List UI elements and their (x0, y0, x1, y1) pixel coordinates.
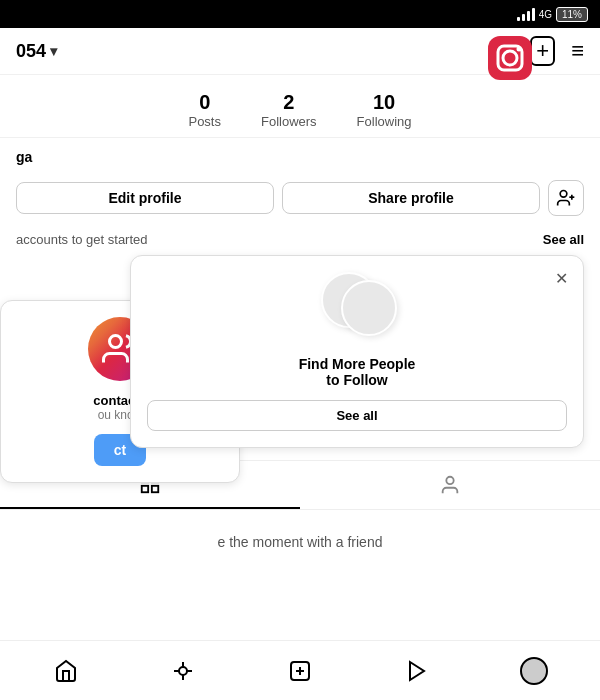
lte-label: 4G (539, 9, 552, 20)
svg-point-12 (446, 477, 453, 484)
svg-point-7 (110, 336, 122, 348)
avatar-2 (341, 280, 397, 336)
empty-text: e the moment with a friend (218, 534, 383, 550)
posts-stat: 0 Posts (188, 91, 221, 129)
svg-rect-11 (152, 486, 158, 492)
popup-see-all-button[interactable]: See all (147, 400, 567, 431)
status-bar: 4G 11% (0, 0, 600, 28)
find-people-title: Find More Peopleto Follow (299, 356, 416, 388)
instagram-logo (480, 28, 550, 108)
bio-name: ga (16, 149, 32, 165)
find-people-card: ✕ Find More Peopleto Follow See all (130, 255, 584, 448)
svg-rect-0 (488, 36, 532, 80)
dropdown-icon[interactable]: ▾ (50, 43, 57, 59)
close-popup-button[interactable]: ✕ (549, 266, 573, 290)
see-all-link[interactable]: See all (543, 232, 584, 247)
nav-profile[interactable] (475, 641, 592, 700)
nav-search[interactable] (125, 641, 242, 700)
empty-state: e the moment with a friend (0, 510, 600, 562)
followers-count: 2 (283, 91, 294, 114)
suggested-banner: accounts to get started See all (0, 224, 600, 255)
bottom-nav (0, 640, 600, 700)
svg-point-13 (179, 667, 187, 675)
username-area: 054 ▾ (16, 41, 57, 62)
avatar-group (321, 272, 393, 344)
nav-add[interactable] (242, 641, 359, 700)
signal-icon (517, 7, 535, 21)
posts-count: 0 (199, 91, 210, 114)
edit-profile-button[interactable]: Edit profile (16, 182, 274, 214)
following-label: Following (357, 114, 412, 129)
tab-tagged[interactable] (300, 461, 600, 509)
bio-section: ga (0, 138, 600, 172)
followers-label: Followers (261, 114, 317, 129)
svg-marker-21 (410, 662, 424, 680)
share-profile-button[interactable]: Share profile (282, 182, 540, 214)
menu-button[interactable]: ≡ (571, 38, 584, 64)
action-buttons: Edit profile Share profile (0, 172, 600, 224)
username-text: 054 (16, 41, 46, 62)
status-icons: 4G 11% (517, 7, 588, 22)
posts-label: Posts (188, 114, 221, 129)
followers-stat[interactable]: 2 Followers (261, 91, 317, 129)
nav-reels[interactable] (358, 641, 475, 700)
nav-home[interactable] (8, 641, 125, 700)
discover-people-button[interactable] (548, 180, 584, 216)
suggested-text: accounts to get started (16, 232, 148, 247)
profile-avatar (520, 657, 548, 685)
following-count: 10 (373, 91, 395, 114)
battery-icon: 11% (556, 7, 588, 22)
svg-rect-10 (142, 486, 148, 492)
following-stat[interactable]: 10 Following (357, 91, 412, 129)
svg-point-3 (517, 47, 522, 52)
svg-point-4 (560, 191, 567, 198)
